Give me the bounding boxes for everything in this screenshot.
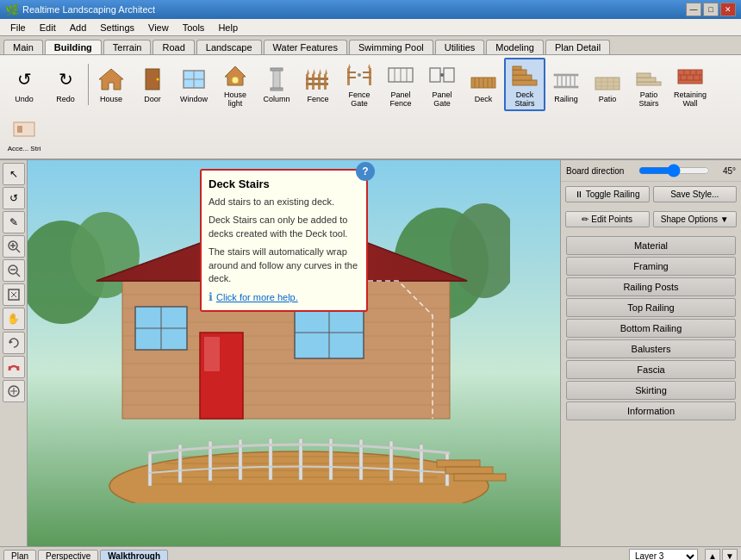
edit-points-btn[interactable]: ✏ Edit Points — [565, 211, 650, 227]
menubar: File Edit Add Settings View Tools Help — [0, 19, 741, 36]
tab-terrain[interactable]: Terrain — [103, 40, 152, 54]
menu-edit[interactable]: Edit — [33, 21, 63, 34]
fence-gate-icon — [346, 61, 373, 89]
tool-deck[interactable]: Deck — [463, 62, 504, 107]
board-direction-slider[interactable] — [638, 164, 711, 177]
house-icon — [97, 65, 125, 93]
tab-main[interactable]: Main — [3, 40, 43, 54]
menu-help[interactable]: Help — [211, 21, 245, 34]
tool-retaining-wall-label: Retaining Wall — [672, 90, 708, 108]
titlebar: 🌿 Realtime Landscaping Architect — □ ✕ — [0, 0, 741, 19]
svg-rect-34 — [430, 68, 440, 82]
tab-pool[interactable]: Swimming Pool — [349, 40, 433, 54]
section-material[interactable]: Material — [566, 236, 736, 255]
app-title: Realtime Landscaping Architect — [22, 4, 686, 15]
tool-window[interactable]: Window — [173, 62, 215, 107]
tool-fence[interactable]: Fence — [297, 62, 339, 107]
tab-building[interactable]: Building — [45, 40, 102, 54]
tool-window-label: Window — [180, 95, 208, 103]
left-tool-zoom-in[interactable] — [3, 235, 25, 258]
left-tool-extra1[interactable] — [3, 380, 25, 402]
svg-rect-52 — [570, 76, 571, 86]
close-button[interactable]: ✕ — [720, 3, 736, 16]
left-tool-move[interactable]: ✋ — [3, 308, 25, 330]
tool-house[interactable]: House — [90, 62, 132, 107]
section-railing-posts[interactable]: Railing Posts — [566, 277, 736, 296]
left-tool-select[interactable]: ↖ — [3, 163, 25, 185]
toggle-railing-btn[interactable]: ⏸ Toggle Railing — [565, 186, 650, 202]
tool-railing[interactable]: Railing — [545, 62, 587, 107]
tool-fence-gate[interactable]: Fence Gate — [339, 59, 380, 110]
tool-column[interactable]: Column — [256, 62, 297, 107]
tab-landscape[interactable]: Landscape — [196, 40, 262, 54]
tool-patio[interactable]: Patio — [587, 62, 628, 107]
tool-house-light[interactable]: House light — [215, 59, 256, 110]
maximize-button[interactable]: □ — [703, 3, 719, 16]
tool-house-light-label: House light — [217, 90, 253, 108]
retaining-wall-icon — [676, 61, 704, 89]
tool-panel-gate-label: Panel Gate — [424, 90, 460, 108]
left-tool-zoom-extent[interactable] — [3, 283, 25, 306]
layer-prev[interactable]: ▲ — [705, 549, 720, 561]
tab-utilities[interactable]: Utilities — [435, 40, 484, 54]
section-framing[interactable]: Framing — [566, 257, 736, 276]
left-tool-rotate[interactable] — [3, 332, 25, 354]
svg-rect-48 — [554, 86, 578, 88]
layer-next[interactable]: ▼ — [722, 549, 738, 561]
section-bottom-railing[interactable]: Bottom Railing — [566, 319, 736, 338]
tool-panel-fence[interactable]: Panel Fence — [380, 59, 421, 110]
view-perspective[interactable]: Perspective — [38, 550, 98, 560]
section-information[interactable]: Information — [566, 401, 736, 420]
view-plan[interactable]: Plan — [3, 550, 36, 560]
svg-rect-133 — [437, 460, 480, 467]
tool-patio-stairs[interactable]: Patio Stairs — [628, 59, 669, 110]
tool-undo[interactable]: ↺ Undo — [3, 62, 45, 107]
tool-fence-gate-label: Fence Gate — [341, 90, 377, 108]
viewport[interactable]: ? Deck Stairs Add stairs to an existing … — [28, 160, 560, 546]
deck-area — [75, 374, 523, 503]
svg-rect-60 — [637, 82, 661, 85]
menu-file[interactable]: File — [3, 21, 33, 34]
svg-rect-46 — [513, 66, 521, 70]
tool-accessories[interactable]: Acce... Stri — [3, 111, 45, 156]
tool-accessories-label: Acce... Stri — [8, 145, 41, 152]
left-tool-zoom-out[interactable] — [3, 259, 25, 282]
minimize-button[interactable]: — — [686, 3, 701, 16]
svg-rect-14 — [324, 74, 327, 90]
left-tool-undo[interactable]: ↺ — [3, 187, 25, 209]
left-tool-pencil[interactable]: ✎ — [3, 211, 25, 233]
svg-rect-16 — [306, 83, 328, 85]
svg-rect-74 — [17, 126, 22, 133]
tooltip-help-link[interactable]: ℹ Click for more help. — [209, 290, 359, 303]
section-fascia[interactable]: Fascia — [566, 360, 736, 379]
svg-rect-26 — [363, 77, 371, 78]
left-tool-magnet[interactable] — [3, 356, 25, 378]
tool-door[interactable]: Door — [132, 62, 173, 107]
layer-select[interactable]: Layer 3 Layer 1 Layer 2 — [629, 549, 698, 561]
view-walkthrough[interactable]: Walkthrough — [100, 550, 168, 560]
tool-undo-label: Undo — [15, 95, 34, 103]
tab-water[interactable]: Water Features — [264, 40, 347, 54]
tooltip-help-btn[interactable]: ? — [356, 162, 375, 181]
patio-icon — [594, 65, 621, 93]
svg-rect-53 — [574, 76, 576, 86]
deck-stairs-icon — [511, 61, 539, 89]
svg-rect-23 — [347, 72, 356, 73]
tab-plan-detail[interactable]: Plan Detail — [545, 40, 610, 54]
menu-settings[interactable]: Settings — [93, 21, 141, 34]
menu-tools[interactable]: Tools — [176, 21, 212, 34]
tool-redo[interactable]: ↻ Redo — [45, 62, 86, 107]
tool-retaining-wall[interactable]: Retaining Wall — [669, 59, 711, 110]
tool-deck-stairs[interactable]: Deck Stairs — [504, 58, 545, 111]
section-skirting[interactable]: Skirting — [566, 381, 736, 400]
shape-options-btn[interactable]: Shape Options ▼ — [653, 211, 738, 227]
section-top-railing[interactable]: Top Railing — [566, 298, 736, 317]
section-balusters[interactable]: Balusters — [566, 339, 736, 358]
menu-add[interactable]: Add — [63, 21, 94, 34]
tool-panel-gate[interactable]: Panel Gate — [421, 59, 463, 110]
menu-view[interactable]: View — [141, 21, 176, 34]
tab-road[interactable]: Road — [153, 40, 194, 54]
tab-modeling[interactable]: Modeling — [486, 40, 544, 54]
window-icon — [180, 65, 208, 93]
save-style-btn[interactable]: Save Style... — [653, 186, 738, 202]
